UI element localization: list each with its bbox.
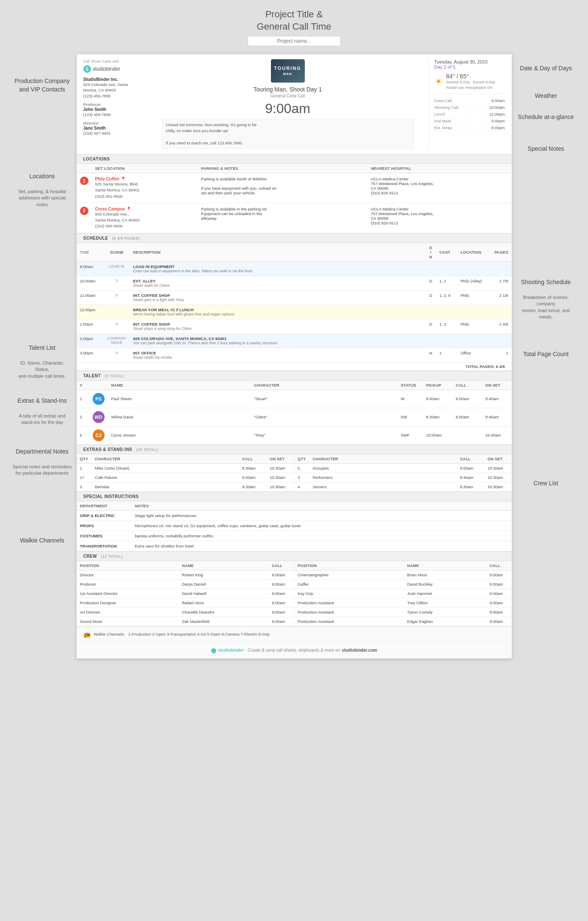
crew-position: Production Assistant (294, 607, 404, 617)
extras-qty-header-r: QTY (294, 454, 309, 464)
extras-call: 9:00am (239, 473, 266, 482)
schedule-desc: BREAK FOR MEAL #1 // LUNCH We're having … (130, 304, 425, 319)
schedule-glance: Crew Call: 9:00am Shooting Call: 10:00am… (434, 97, 505, 131)
crew-position: Producer (77, 579, 179, 589)
project-info: TOURING MAN Touring Man, Shoot Day 1 Gen… (154, 59, 422, 149)
crew-position: Key Grip (294, 589, 404, 598)
schedule-cast (436, 261, 457, 276)
extras-onset: 10:30am (484, 482, 512, 491)
talent-row: 1 PS Paul Sheen "Stuart" W 8:00am 9:00am… (77, 390, 512, 408)
talent-avatar: PS (89, 390, 108, 408)
extras-inner: QTY CHARACTER CALL ON SET 1 Mike Curtis … (77, 454, 512, 492)
crew-left-row: Director Robert King 9:00am (77, 570, 294, 579)
director-block: Jane Smith (234) 567-4901 (83, 126, 147, 136)
schedule-pages: 2 1/8 (491, 290, 512, 304)
talent-name: Paul Sheen (108, 390, 251, 408)
extras-onset: 10:30am (484, 463, 512, 473)
producer-label: Producer (83, 102, 147, 107)
schedule-scene: 6 (104, 290, 130, 304)
schedule-scene: 4 (104, 348, 130, 362)
talent-status: SW (398, 408, 423, 426)
notes-col-header: NOTES (132, 501, 512, 511)
nearest-hospital-cell: UCLA Medica Center 757 Westwood Plaza, L… (367, 173, 512, 203)
extras-left-row: 3 Baristas 9:30am 10:30am (77, 482, 294, 491)
talent-avatar: CJ (89, 426, 108, 444)
crew-call-row: Crew Call: 9:00am (434, 97, 505, 104)
schedule-time: 11:00am (77, 290, 104, 304)
talent-header: TALENT (3 Total) (77, 371, 512, 381)
project-title-main: Touring Man, Shoot Day 1 (162, 86, 414, 93)
footer-tagline: · Create & send call sheets, stripboards… (246, 648, 340, 653)
schedule-dn: D (425, 290, 436, 304)
crew-call: 9:00am (268, 589, 294, 598)
schedule-dn: D (425, 319, 436, 333)
crew-name: Darya Danish (179, 579, 268, 589)
walkie-channels: 1-Production 2-Open 3-Transportation 4-A… (128, 632, 270, 636)
second-meal-row: 2nd Meal: 6:00pm (434, 118, 505, 124)
crew-right-row: Gaffer David Buckley 9:00am (294, 579, 512, 589)
departmental-notes-label: Departmental Notes Special notes and rem… (13, 448, 72, 477)
crew-call: 9:00am (486, 607, 512, 617)
locations-label: Locations Set, parking, & hospital addre… (13, 172, 72, 208)
location-num-cell: 1 (77, 173, 92, 203)
dept-notes: Extra vans for shuttles from hotel. (132, 541, 512, 551)
locations-table: SET LOCATION PARKING & NOTES NEAREST HOS… (77, 164, 512, 233)
talent-pickup-header: PICKUP (423, 381, 453, 390)
extras-char-header-r: CHARACTER (309, 454, 457, 464)
talent-call: 9:00am (453, 408, 482, 426)
project-logo-line2: MAN (274, 72, 301, 76)
talent-onset: 9:45am (482, 408, 512, 426)
talent-call: 9:00am (453, 390, 482, 408)
schedule-time: 12:00pm (77, 304, 104, 319)
weather-sun-icon: ☀ (434, 76, 443, 87)
crew-name: Robert King (179, 570, 268, 579)
crew-name-header-l: NAME (179, 561, 268, 570)
sheet-footer: ⬤ studiobinder · Create & send call shee… (77, 642, 512, 658)
talent-pickup: 8:30am (423, 408, 453, 426)
schedule-scene (104, 304, 130, 319)
schedule-time: 1:00pm (77, 319, 104, 333)
pages-header: PAGES (491, 243, 512, 262)
location-row: 1 Philz Coffee 📍 525 Santa Monica, Blvd,… (77, 173, 512, 203)
producer-name: John Smith (83, 107, 147, 112)
crew-position-header-l: POSITION (77, 561, 179, 570)
right-labels: Date & Day of Days Weather Schedule at-a… (512, 54, 580, 659)
extras-onset: 10:30am (266, 473, 294, 482)
schedule-table: TIME SCENE DESCRIPTION D / N CAST LOCATI… (77, 243, 512, 362)
extras-right-row: 4 Servers 9:30am 10:30am (294, 482, 512, 491)
crew-call: 9:00am (486, 598, 512, 607)
crew-name: Rafael Alvra (179, 598, 268, 607)
set-location-cell: Philz Coffee 📍 525 Santa Monica, Blvd, S… (92, 173, 198, 203)
schedule-dn: N (425, 348, 436, 362)
extras-right-row: 3 Performers 8:45am 10:30am (294, 473, 512, 482)
extras-char-header-l: CHARACTER (91, 454, 239, 464)
parking-notes-cell: Parking is available in the parking lot.… (198, 203, 367, 233)
crew-list-label: Crew List (516, 479, 576, 488)
crew-call: 9:00am (268, 598, 294, 607)
talent-row: 6 CJ Cyrus Jensen "Tony" SWF 10:00am 10:… (77, 426, 512, 444)
crew-call: 9:00am (486, 570, 512, 579)
schedule-location (457, 333, 491, 348)
est-wrap-row: Est. Wrap: 8:00pm (434, 124, 505, 131)
talent-num-header: # (77, 381, 89, 390)
outer-wrapper: Project Title & General Call Time Produc… (0, 0, 588, 921)
walkie-label: Walkie Channels: (94, 632, 125, 636)
crew-name: David Halwell (179, 589, 268, 598)
crew-position: Production Assistant (294, 598, 404, 607)
talent-section: TALENT (3 Total) # NAME CHARACTER STATUS… (77, 371, 512, 445)
extras-call: 8:30am (239, 463, 266, 473)
dept-row: TRANSPORTATION Extra vans for shuttles f… (77, 541, 512, 551)
schedule-location: Philz (457, 319, 491, 333)
page-title: Project Title & General Call Time (248, 8, 341, 33)
extras-qty: 5 (294, 463, 309, 473)
crew-name: Chanelle Deandre (179, 607, 268, 617)
extras-character: Baristas (91, 482, 239, 491)
project-title-input[interactable] (248, 36, 341, 46)
schedule-desc: INT. COFFEE SHOP Stuart plays a song son… (130, 319, 425, 333)
dept-row: GRIP & ELECTRIC Stage light setup for pe… (77, 510, 512, 520)
production-company-label: Production Company and VIP Contacts (13, 77, 72, 94)
day-of-days: Day 2 of 5 (434, 64, 505, 69)
nearest-hospital-header: NEAREST HOSPITAL (367, 164, 512, 173)
studio-logo-icon: S (83, 65, 91, 73)
crew-section: CREW (12 Total) POSITION NAME CALL (77, 552, 512, 627)
